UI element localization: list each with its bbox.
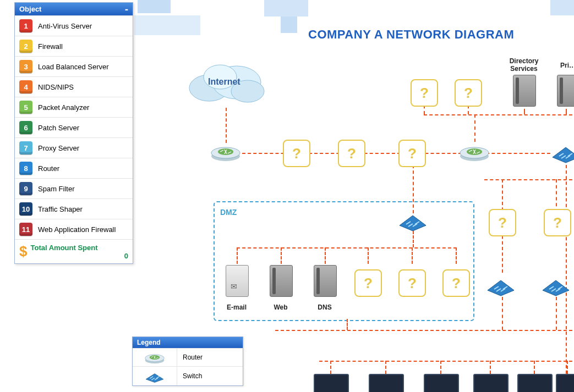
object-item-label: Patch Server	[38, 124, 79, 132]
object-item-label: NIDS/NIPS	[38, 83, 74, 91]
router-center[interactable]	[458, 142, 491, 162]
total-value: 0	[30, 252, 128, 260]
wire	[484, 179, 572, 180]
object-item-label: Anti-Virus Server	[38, 22, 92, 30]
object-panel: Object - 1Anti-Virus Server 2Firewall 3L…	[14, 2, 133, 264]
dmz-label: DMZ	[220, 208, 237, 217]
wire	[347, 319, 348, 330]
drop-slot[interactable]: ?	[544, 209, 571, 236]
router-left[interactable]	[209, 142, 242, 162]
object-item-label: Packet Analyzer	[38, 103, 89, 112]
wire	[440, 361, 441, 374]
object-item-packet-analyzer[interactable]: 5Packet Analyzer	[15, 97, 133, 117]
print-server[interactable]	[557, 75, 574, 107]
badge-icon: 10	[19, 202, 32, 216]
dns-label: DNS	[314, 303, 336, 311]
object-item-label: Firewall	[38, 42, 63, 51]
legend-label: Switch	[177, 372, 202, 380]
minimize-icon[interactable]: -	[125, 7, 128, 12]
badge-icon: 5	[19, 101, 32, 114]
bg-deco	[281, 16, 297, 33]
badge-icon: 9	[19, 182, 32, 195]
wire	[524, 109, 525, 114]
dns-server[interactable]	[314, 265, 337, 297]
directory-services-server[interactable]	[513, 75, 536, 107]
wire	[474, 114, 475, 142]
wire	[325, 247, 326, 264]
object-item-label: Proxy Server	[38, 144, 79, 152]
workstation[interactable]	[424, 374, 459, 392]
legend-header: Legend	[133, 337, 243, 348]
object-item-traffic-shaper[interactable]: 10Traffic Shaper	[15, 198, 133, 219]
wire	[385, 361, 386, 374]
wire	[275, 330, 572, 331]
object-item-label: Traffic Shaper	[38, 205, 83, 213]
badge-icon: 2	[19, 40, 32, 53]
email-server[interactable]	[226, 265, 249, 297]
drop-slot[interactable]: ?	[398, 269, 426, 297]
dmz-switch[interactable]	[396, 209, 429, 232]
object-item-label: Spam Filter	[38, 185, 74, 193]
drop-slot[interactable]: ?	[442, 269, 470, 297]
wire	[556, 179, 557, 212]
wire	[424, 114, 572, 115]
workstation[interactable]	[473, 374, 509, 392]
workstation[interactable]	[314, 374, 349, 392]
wire	[566, 109, 567, 114]
workstation[interactable]	[369, 374, 404, 392]
drop-slot[interactable]: ?	[455, 79, 482, 107]
object-item-waf[interactable]: 11Web Application Firewall	[15, 219, 133, 239]
badge-icon: 1	[19, 19, 32, 32]
print-server-label: Pri…	[551, 62, 574, 69]
object-item-router[interactable]: 8Router	[15, 158, 133, 178]
switch-b[interactable]	[539, 274, 572, 297]
wire	[281, 247, 282, 264]
object-item-antivirus[interactable]: 1Anti-Virus Server	[15, 15, 133, 36]
object-item-label: Load Balanced Server	[38, 63, 109, 71]
web-label: Web	[270, 303, 292, 311]
object-item-patch-server[interactable]: 6Patch Server	[15, 117, 133, 137]
wire	[237, 247, 238, 264]
router-icon	[133, 349, 177, 366]
drop-slot[interactable]: ?	[338, 140, 365, 167]
wire	[456, 247, 457, 264]
web-server[interactable]	[270, 265, 293, 297]
bg-deco	[550, 0, 574, 15]
object-item-proxy[interactable]: 7Proxy Server	[15, 137, 133, 158]
badge-icon: 8	[19, 162, 32, 175]
badge-icon: 3	[19, 60, 32, 73]
legend-row-router: Router	[133, 348, 243, 366]
object-item-spam-filter[interactable]: 9Spam Filter	[15, 178, 133, 198]
wire	[556, 297, 557, 330]
wire	[567, 361, 568, 374]
switch-a[interactable]	[484, 274, 517, 297]
wire	[368, 247, 369, 264]
workstation[interactable]	[517, 374, 553, 392]
wire	[413, 231, 414, 247]
legend-panel: Legend Router Switch	[132, 336, 243, 386]
object-item-firewall[interactable]: 2Firewall	[15, 36, 133, 56]
object-panel-header[interactable]: Object -	[15, 3, 133, 15]
drop-slot[interactable]: ?	[283, 140, 310, 167]
bg-deco	[138, 0, 171, 13]
object-item-load-balanced[interactable]: 3Load Balanced Server	[15, 56, 133, 76]
wire	[330, 361, 331, 374]
bg-deco	[264, 0, 308, 16]
workstation[interactable]	[556, 374, 574, 392]
internet-label: Internet	[208, 77, 240, 87]
switch-icon	[133, 367, 177, 385]
directory-services-label: Directory Services	[504, 57, 544, 73]
bg-deco	[134, 15, 200, 35]
drop-slot[interactable]: ?	[411, 79, 438, 107]
badge-icon: 11	[19, 223, 32, 236]
drop-slot[interactable]: ?	[489, 209, 516, 236]
drop-slot[interactable]: ?	[354, 269, 382, 297]
wire	[490, 361, 491, 374]
object-item-nids[interactable]: 4NIDS/NIPS	[15, 76, 133, 97]
drop-slot[interactable]: ?	[398, 140, 426, 167]
dmz-zone	[214, 201, 474, 321]
switch-top-right[interactable]	[549, 141, 574, 164]
object-item-label: Router	[38, 164, 59, 173]
wire	[534, 361, 535, 374]
wire	[226, 108, 227, 143]
